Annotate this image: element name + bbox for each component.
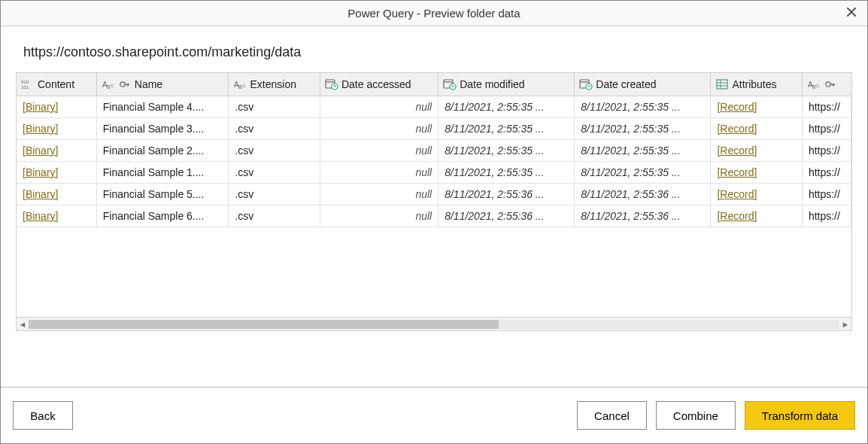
text-type-icon: ABC [807,78,821,91]
cell-date-created: 8/11/2021, 2:55:36 ... [575,184,711,205]
cell-name: Financial Sample 2.... [96,140,229,162]
grid-scroll[interactable]: 010101 Content ABC [17,73,851,317]
column-header-date-created[interactable]: Date created [575,73,711,96]
cell-folder-path: https:// [802,162,851,184]
dialog-footer: Back Cancel Combine Transform data [1,387,867,443]
binary-link[interactable]: [Binary] [23,144,58,157]
cell-date-created: 8/11/2021, 2:55:35 ... [575,162,711,184]
null-value: null [326,166,432,178]
scroll-left-arrow[interactable]: ◄ [17,320,29,329]
record-type-icon [715,78,729,91]
record-link[interactable]: [Record] [717,123,757,135]
cell-date-modified: 8/11/2021, 2:55:35 ... [439,96,575,118]
text-type-icon: ABC [233,78,247,91]
table-row[interactable]: [Binary]Financial Sample 2.....csvnull8/… [17,140,851,162]
column-header-date-modified-label: Date modified [460,78,524,90]
column-header-folder-path[interactable]: ABC [802,73,851,96]
binary-link[interactable]: [Binary] [23,166,58,178]
scroll-thumb[interactable] [29,320,499,329]
cell-date-modified: 8/11/2021, 2:55:36 ... [439,205,575,227]
cell-content: [Binary] [17,162,96,184]
dialog-window: Power Query - Preview folder data https:… [0,0,868,444]
cancel-button[interactable]: Cancel [577,401,647,430]
record-link[interactable]: [Record] [717,188,757,200]
datetime-type-icon [579,78,593,91]
cell-date-accessed: null [320,96,438,118]
record-link[interactable]: [Record] [717,144,757,157]
preview-table-container: 010101 Content ABC [16,72,852,331]
cell-date-modified: 8/11/2021, 2:55:35 ... [439,162,575,184]
cell-name: Financial Sample 1.... [96,162,229,184]
cell-name: Financial Sample 5.... [96,184,229,205]
cell-content: [Binary] [17,184,96,205]
transform-data-button[interactable]: Transform data [745,401,855,430]
cell-date-accessed: null [320,162,438,184]
column-header-extension[interactable]: ABC Extension [229,73,320,96]
cell-folder-path: https:// [802,96,851,118]
cell-date-modified: 8/11/2021, 2:55:35 ... [439,140,575,162]
column-header-date-accessed-label: Date accessed [341,78,411,90]
column-header-name-label: Name [135,78,162,90]
cell-extension: .csv [229,162,320,184]
scroll-right-arrow[interactable]: ► [839,320,851,329]
cell-attributes: [Record] [711,184,802,205]
column-header-extension-label: Extension [250,78,296,90]
null-value: null [326,210,432,222]
cell-name: Financial Sample 3.... [96,118,229,140]
binary-link[interactable]: [Binary] [23,188,58,200]
horizontal-scrollbar[interactable]: ◄ ► [17,317,851,330]
svg-text:C: C [816,84,820,88]
cell-extension: .csv [229,118,320,140]
binary-link[interactable]: [Binary] [23,123,58,135]
record-link[interactable]: [Record] [717,210,757,222]
record-link[interactable]: [Record] [717,166,757,178]
cell-extension: .csv [229,96,320,118]
cell-attributes: [Record] [711,140,802,162]
svg-rect-18 [717,80,727,89]
svg-text:C: C [242,84,246,88]
datetime-type-icon [443,78,457,91]
cell-folder-path: https:// [802,184,851,205]
column-header-date-created-label: Date created [596,78,656,90]
dialog-body: https://contoso.sharepoint.com/marketing… [1,26,867,387]
cell-content: [Binary] [17,118,96,140]
column-header-name[interactable]: ABC Name [96,73,229,96]
close-icon [845,5,858,19]
column-header-content[interactable]: 010101 Content [17,73,96,96]
null-value: null [326,123,432,135]
key-icon [824,78,837,91]
close-button[interactable] [845,5,858,19]
svg-text:010: 010 [21,80,29,84]
binary-link[interactable]: [Binary] [23,101,58,113]
table-row[interactable]: [Binary]Financial Sample 3.....csvnull8/… [17,118,851,140]
record-link[interactable]: [Record] [717,101,757,113]
cell-date-accessed: null [320,118,438,140]
null-value: null [326,144,432,157]
cell-date-accessed: null [320,205,438,227]
cell-extension: .csv [229,205,320,227]
scroll-track[interactable] [29,320,839,329]
table-row[interactable]: [Binary]Financial Sample 1.....csvnull8/… [17,162,851,184]
column-header-date-accessed[interactable]: Date accessed [320,73,438,96]
cell-content: [Binary] [17,140,96,162]
svg-text:101: 101 [21,85,29,90]
combine-button[interactable]: Combine [656,401,736,430]
table-row[interactable]: [Binary]Financial Sample 5.....csvnull8/… [17,184,851,205]
cell-date-modified: 8/11/2021, 2:55:35 ... [439,118,575,140]
table-row[interactable]: [Binary]Financial Sample 6.....csvnull8/… [17,205,851,227]
window-title: Power Query - Preview folder data [348,7,520,20]
column-header-attributes[interactable]: Attributes [711,73,802,96]
cell-date-modified: 8/11/2021, 2:55:36 ... [439,184,575,205]
cell-folder-path: https:// [802,140,851,162]
cell-attributes: [Record] [711,205,802,227]
table-row[interactable]: [Binary]Financial Sample 4.....csvnull8/… [17,96,851,118]
cell-date-created: 8/11/2021, 2:55:35 ... [575,140,711,162]
column-header-date-modified[interactable]: Date modified [439,73,575,96]
cell-attributes: [Record] [711,162,802,184]
column-header-attributes-label: Attributes [732,78,776,90]
title-bar: Power Query - Preview folder data [1,1,867,26]
binary-link[interactable]: [Binary] [23,210,58,222]
cell-attributes: [Record] [711,118,802,140]
back-button[interactable]: Back [13,401,73,430]
column-header-content-label: Content [38,78,74,90]
